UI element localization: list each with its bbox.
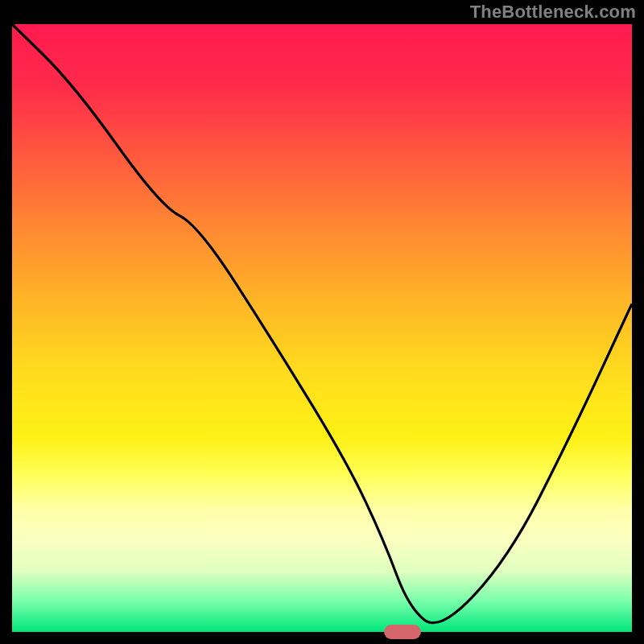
curve-path — [12, 24, 632, 623]
bottleneck-curve — [12, 24, 632, 632]
attribution-label: TheBottleneck.com — [470, 2, 636, 23]
optimal-marker — [384, 625, 421, 639]
